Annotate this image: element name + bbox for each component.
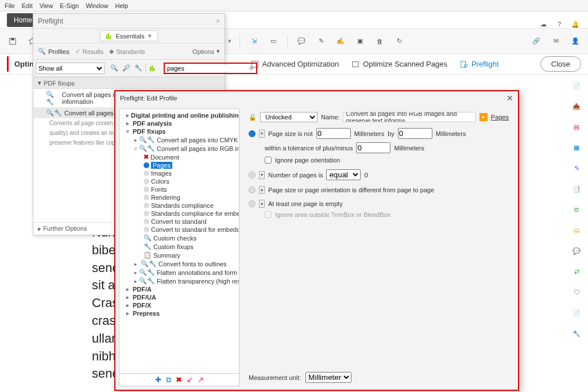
tree-node[interactable]: ▸PDF analysis (121, 119, 238, 127)
tree-node[interactable]: Images (121, 169, 238, 177)
severity-off-icon[interactable] (249, 200, 256, 207)
severity-off-icon[interactable] (249, 187, 256, 193)
tree-node[interactable]: 🔍Custom checks (121, 234, 238, 242)
bell-icon[interactable]: 🔔 (570, 18, 581, 30)
pdf-fixups-section[interactable]: ▾PDF fixups (33, 77, 225, 89)
extract-icon[interactable]: 📑 (570, 183, 583, 195)
tree-node[interactable]: Standards compliance for embedde (121, 209, 238, 218)
delete-icon[interactable]: ✖ (176, 375, 182, 384)
width-input[interactable] (316, 128, 351, 139)
email-icon[interactable]: ✉ (550, 36, 562, 47)
optimize-scanned[interactable]: Optimize Scanned Pages (351, 60, 447, 68)
export-icon[interactable]: ↗ (198, 375, 204, 384)
close-button[interactable]: Close (540, 56, 581, 72)
filter-library-icon[interactable] (148, 63, 158, 73)
tree-node[interactable]: 📋Summary (121, 251, 238, 259)
duplicate-icon[interactable]: ⧉ (166, 375, 171, 385)
page-view-icon[interactable]: ▭ (268, 36, 279, 47)
severity-info-icon[interactable] (249, 130, 256, 137)
compare-icon[interactable]: ⇄ (570, 265, 583, 278)
filter-check-icon[interactable]: 🔎 (121, 63, 131, 73)
menu-file[interactable]: File (5, 2, 15, 9)
create-pdf-icon[interactable]: 📄 (570, 79, 583, 92)
tree-node[interactable]: Standards compliance (121, 201, 238, 209)
comment-icon[interactable]: 💬 (296, 36, 307, 47)
page-width-icon[interactable]: ⇲ (248, 36, 260, 47)
organize-icon[interactable]: ▦ (570, 141, 583, 154)
menu-window[interactable]: Window (86, 2, 108, 9)
crop-icon[interactable]: ⧉ (570, 203, 583, 216)
tab-standards[interactable]: ◆Standards (109, 48, 145, 55)
tree-node[interactable]: Fonts (121, 185, 238, 193)
highlight-icon[interactable]: ✎ (315, 36, 327, 47)
add-icon[interactable]: ✚ (155, 375, 161, 384)
measure-unit-select[interactable]: Millimeters (305, 372, 351, 383)
close-icon[interactable]: ✕ (506, 94, 513, 103)
tab-profiles[interactable]: 🔍Profiles (38, 48, 69, 55)
more-tools-icon[interactable]: 🔧 (570, 327, 583, 340)
edit-pdf-icon[interactable]: ▤ (570, 121, 583, 133)
bookmark-icon[interactable]: 🗂 (570, 224, 583, 236)
tree-node[interactable]: ▿PDF fixups (121, 127, 238, 135)
tree-node[interactable]: ✖Document (121, 153, 238, 161)
severity-dropdown[interactable]: ▾ (259, 186, 265, 194)
ignore-orientation-checkbox[interactable] (265, 157, 272, 164)
tree-node[interactable]: ▸🔍🔧Convert all pages into CMYK images (121, 135, 238, 144)
account-icon[interactable]: 👤 (570, 36, 581, 47)
tree-node[interactable]: 🔧Custom fixups (121, 242, 238, 251)
lock-select[interactable]: Unlocked (260, 112, 318, 122)
name-menu-icon[interactable]: ▾ (479, 113, 488, 121)
help-icon[interactable]: ? (554, 18, 565, 30)
optimize-rail-icon[interactable]: 📄 (570, 306, 583, 319)
delete-icon[interactable]: 🗑 (374, 36, 385, 47)
tree-node[interactable]: Colors (121, 177, 238, 185)
tolerance-input[interactable] (356, 142, 390, 153)
tree-node[interactable]: ▸Digital printing and online publishing (121, 111, 238, 119)
severity-dropdown[interactable]: ▾ (259, 200, 265, 208)
menu-view[interactable]: View (40, 2, 53, 9)
severity-dropdown[interactable]: ▾ (259, 171, 265, 179)
comment-rail-icon[interactable]: 💬 (570, 244, 583, 257)
rotate-icon[interactable]: ↻ (393, 36, 405, 47)
tree-node[interactable]: Convert to standard for embedded (121, 226, 238, 234)
tree-node[interactable]: ▸PDF/A (121, 285, 238, 293)
numpages-op-select[interactable]: equal (326, 169, 361, 180)
fill-sign-icon[interactable]: ✎ (570, 162, 583, 174)
cloud-icon[interactable]: ☁ (537, 18, 549, 30)
tree-node[interactable]: ▸Prepress (121, 309, 238, 317)
height-input[interactable] (398, 128, 432, 139)
severity-dropdown[interactable]: ▾ (259, 130, 265, 138)
essentials-dropdown[interactable]: Essentials▾ (100, 30, 157, 41)
filter-fixup-icon[interactable]: 🔧 (133, 63, 144, 73)
menu-edit[interactable]: Edit (22, 2, 33, 9)
options-menu[interactable]: Options ▾ (192, 48, 220, 55)
close-icon[interactable]: × (216, 17, 220, 25)
search-input[interactable] (167, 65, 246, 72)
profile-name-input[interactable]: Convert all pages into RGB images and pr… (343, 112, 475, 122)
tree-node[interactable]: ▿🔍🔧Convert all pages into RGB images a (121, 144, 238, 153)
tree-node[interactable]: Convert to standard (121, 218, 238, 226)
tree-node[interactable]: ▸PDF/X (121, 301, 238, 309)
tree-node-selected[interactable]: Pages (121, 161, 238, 169)
export-pdf-icon[interactable]: 📤 (570, 100, 583, 112)
tab-results[interactable]: ✓Results (75, 48, 104, 55)
import-icon[interactable]: ↙ (187, 375, 193, 384)
protect-icon[interactable]: 🛡 (570, 286, 583, 298)
menu-esign[interactable]: E-Sign (60, 2, 79, 9)
tree-node[interactable]: ▸PDF/UA (121, 293, 238, 301)
filter-profile-icon[interactable]: 🔍 (109, 63, 119, 73)
preflight-tool[interactable]: Preflight (460, 60, 499, 68)
advanced-optimization[interactable]: Advanced Optimization (251, 60, 339, 68)
tree-node[interactable]: ▸🔍🔧Flatten transparency (high resolutio (121, 277, 238, 285)
tree-node[interactable]: ▸🔍🔧Flatten annotations and form fields (121, 268, 238, 277)
menu-help[interactable]: Help (115, 2, 129, 9)
tree-node[interactable]: Rendering (121, 193, 238, 201)
pages-link[interactable]: Pages (491, 114, 509, 121)
tree-node[interactable]: ▸🔍🔧Convert fonts to outlines (121, 259, 238, 268)
clear-search-icon[interactable]: ⊗ (249, 64, 254, 72)
severity-off-icon[interactable] (249, 172, 256, 178)
share-link-icon[interactable]: 🔗 (531, 36, 542, 47)
save-icon[interactable] (7, 36, 18, 47)
sign-icon[interactable]: ✍ (335, 36, 346, 47)
show-all-select[interactable]: Show all (36, 63, 105, 74)
